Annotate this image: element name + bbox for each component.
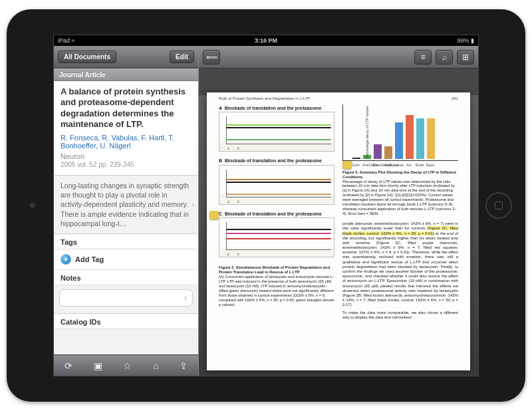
tag-icon[interactable]: ⌂ — [153, 360, 158, 371]
sidebar-toolbar: All Documents Edit — [54, 46, 198, 68]
grid-view-button[interactable]: ⊞ — [457, 50, 474, 65]
plus-icon: + — [61, 254, 71, 265]
highlighted-text[interactable]: (Figure 2C, filled black circles; contro… — [342, 226, 458, 235]
bar-ani — [406, 115, 414, 159]
body-text: purple diamonds; emetine/lactacystin: 14… — [342, 221, 458, 307]
bar-lacta — [395, 122, 403, 159]
figure-2c-chart: a b — [219, 217, 334, 257]
sidebar-bottom-toolbar: ⟳ ▣ ☆ ⌂ ⇪ — [54, 354, 198, 376]
all-documents-button[interactable]: All Documents — [58, 51, 116, 63]
catalog-ids-header: Catalog IDs — [54, 314, 198, 329]
tags-header: Tags — [54, 234, 198, 249]
bar-cont — [352, 158, 360, 159]
sidebar: All Documents Edit Journal Article A bal… — [54, 46, 199, 376]
figure-3-column: Percentage decay of LTP values ContAni/L… — [342, 104, 458, 365]
status-bar: iPad ≈ 3:16 PM 99% ▮ — [54, 35, 478, 46]
carrier-label: iPad — [58, 37, 70, 44]
notes-header: Notes — [54, 270, 198, 285]
inbox-icon[interactable]: ▣ — [94, 360, 102, 371]
note-annotation-icon[interactable] — [209, 211, 219, 219]
camera-dot — [30, 203, 35, 208]
bar-emetlacta — [374, 144, 382, 159]
running-head: Role of Protein Synthesis and Degradatio… — [219, 96, 310, 101]
home-button[interactable] — [485, 192, 512, 219]
journal-name: Neuron — [61, 152, 192, 160]
abstract-preview[interactable]: Long-lasting changes in synaptic strengt… — [54, 176, 198, 234]
abstract-text: Long-lasting changes in synaptic strengt… — [61, 182, 189, 227]
reader-pane: ⟸ ≡ ⌕ ⊞ Role of Protein Synthesis and De… — [199, 46, 478, 376]
page-viewport[interactable]: Role of Protein Synthesis and Degradatio… — [199, 68, 478, 376]
bar-emet — [416, 118, 424, 159]
share-icon[interactable]: ⇪ — [180, 360, 188, 371]
figure-2-caption: Figure 2. Simultaneous Blockade of Prote… — [219, 265, 334, 307]
refresh-icon[interactable]: ⟳ — [65, 360, 72, 371]
figure-2-column: A Blockade of translation and the protea… — [219, 104, 334, 365]
figure-2b-chart: a b — [219, 165, 334, 205]
clock: 3:16 PM — [255, 37, 277, 44]
figure-3-x-labels: ContAni/LactaEmet/LactaAni/EpoxLactaAniE… — [342, 163, 458, 168]
ipad-frame: iPad ≈ 3:16 PM 99% ▮ All Documents Edit … — [7, 9, 525, 402]
back-button[interactable]: ⟸ — [203, 50, 220, 65]
chevron-right-icon: › — [184, 293, 187, 303]
document-title: A balance of protein synthesis and prote… — [61, 86, 192, 130]
bar-aniepox — [384, 146, 392, 160]
bar-epox — [427, 118, 435, 159]
star-icon[interactable]: ☆ — [123, 360, 132, 371]
list-view-button[interactable]: ≡ — [414, 50, 432, 65]
battery-label: 99% — [457, 37, 469, 44]
edit-button[interactable]: Edit — [170, 51, 194, 63]
document-authors[interactable]: R. Fonseca, R. Vabulas, F. Hartl, T. Bon… — [61, 134, 192, 150]
page-number: 241 — [452, 96, 458, 101]
body-text-tail: To make the data more comparable, we als… — [342, 311, 458, 320]
pdf-page: Role of Protein Synthesis and Degradatio… — [207, 92, 470, 370]
add-tag-button[interactable]: + Add Tag — [54, 249, 198, 270]
section-type-label: Journal Article — [54, 68, 198, 81]
note-annotation-icon[interactable] — [342, 160, 352, 169]
figure-3-caption: Figure 3. Summary Plot Showing the Decay… — [342, 170, 458, 217]
screen: iPad ≈ 3:16 PM 99% ▮ All Documents Edit … — [53, 35, 479, 376]
figure-2a-chart: a b — [219, 112, 334, 152]
citation-info: 2006 vol. 52 pp. 239-245 — [61, 161, 192, 168]
document-metadata: A balance of protein synthesis and prote… — [54, 81, 198, 176]
notes-field[interactable]: › — [59, 289, 193, 307]
wifi-icon: ≈ — [72, 37, 75, 44]
figure-3-bar-chart: Percentage decay of LTP values — [342, 104, 458, 161]
search-button[interactable]: ⌕ — [436, 50, 453, 65]
chevron-right-icon: › — [192, 200, 195, 209]
reader-toolbar: ⟸ ≡ ⌕ ⊞ — [199, 46, 478, 68]
add-tag-label: Add Tag — [75, 255, 104, 263]
